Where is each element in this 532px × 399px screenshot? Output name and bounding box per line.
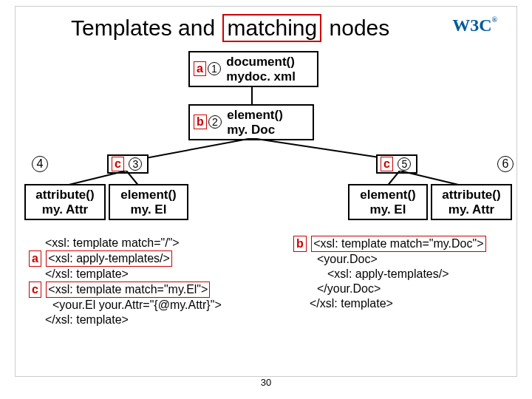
code-l3: </xsl: template> <box>45 267 280 282</box>
node-doc-name: mydoc. xml <box>226 69 296 83</box>
code-left: <xsl: template match="/"> a <xsl: apply-… <box>29 236 280 327</box>
node-num-1: 1 <box>208 62 221 75</box>
svg-line-1 <box>134 138 252 160</box>
node-c3-type: element() <box>120 188 177 202</box>
title-highlight: matching <box>222 14 321 42</box>
code-right: b <xsl: template match="my.Doc"> <your.D… <box>293 236 522 311</box>
node-attr-left: attribute() my. Attr <box>24 184 106 220</box>
template-letter-a: a <box>194 61 206 76</box>
node-mydoc: b2 element() my. Doc <box>188 104 314 140</box>
node-c3-name: my. El <box>131 202 167 216</box>
node-c5-name: my. El <box>370 202 406 216</box>
node-el-left: element() my. El <box>109 184 188 220</box>
code-r4: </your.Doc> <box>317 282 522 296</box>
code-letter-b: b <box>293 236 307 252</box>
node-num-2: 2 <box>208 115 222 129</box>
code-letter-c: c <box>29 282 41 298</box>
node-c5-label: c 5 <box>376 154 417 174</box>
code-r1: <xsl: template match="my.Doc"> <box>311 236 485 252</box>
node-attrL-type: attribute() <box>35 188 94 202</box>
node-root-name: my. Doc <box>227 123 275 137</box>
node-attrL-name: my. Attr <box>42 202 88 216</box>
slide-frame: Templates and matching nodes W3C® a1 doc… <box>15 6 517 377</box>
template-letter-c2: c <box>381 157 393 171</box>
node-num-4: 4 <box>32 156 48 172</box>
node-root-type: element() <box>227 108 283 122</box>
code-r2: <your.Doc> <box>317 252 522 267</box>
node-attr-right: attribute() my. Attr <box>431 184 512 220</box>
node-c5-type: element() <box>360 188 416 202</box>
page-number: 30 <box>261 377 271 388</box>
title-text-post: nodes <box>330 16 390 40</box>
node-attrR-type: attribute() <box>442 188 500 202</box>
page-title: Templates and matching nodes <box>71 14 389 42</box>
code-l1: <xsl: template match="/"> <box>45 236 280 250</box>
node-doc-type: document() <box>226 55 295 69</box>
code-letter-a: a <box>29 250 41 267</box>
node-attrR-name: my. Attr <box>449 202 494 216</box>
node-el-right: element() my. El <box>348 184 428 220</box>
node-c3-label: c 3 <box>107 154 149 174</box>
code-r5: </xsl: template> <box>310 296 522 311</box>
code-l6: </xsl: template> <box>45 313 280 327</box>
node-num-6: 6 <box>497 156 514 172</box>
node-num-3: 3 <box>129 157 142 171</box>
node-num-5: 5 <box>398 157 411 171</box>
code-l5: <your.El your.Attr="{@my.Attr}"> <box>52 298 280 313</box>
code-l4: <xsl: template match="my.El"> <box>46 282 210 298</box>
title-text-pre: Templates and <box>71 16 215 40</box>
w3c-logo: W3C® <box>452 16 497 35</box>
template-letter-b: b <box>194 115 207 129</box>
node-document: a1 document() mydoc. xml <box>188 51 318 87</box>
code-r3: <xsl: apply-templates/> <box>327 267 522 282</box>
template-letter-c: c <box>112 157 124 171</box>
code-l2: <xsl: apply-templates/> <box>46 250 172 267</box>
